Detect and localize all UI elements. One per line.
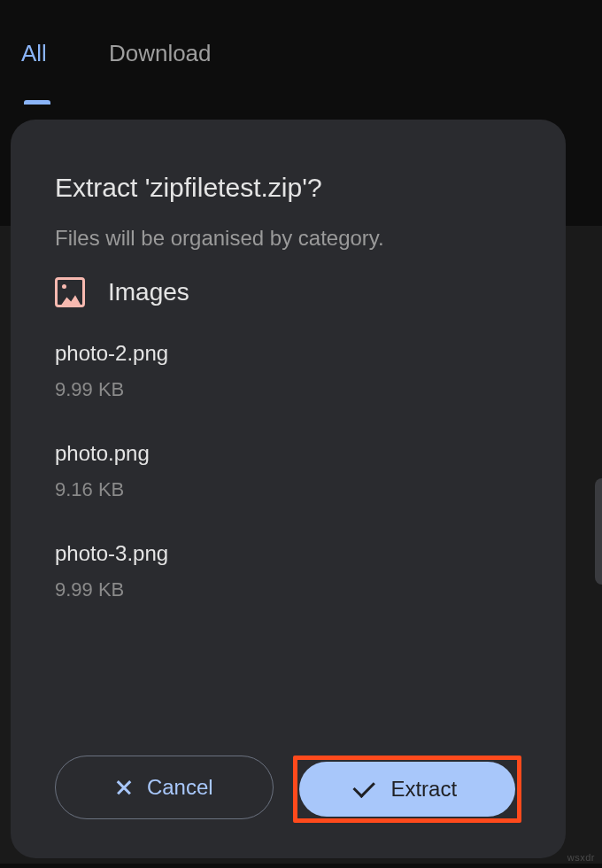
- file-list: photo-2.png 9.99 KB photo.png 9.16 KB ph…: [55, 341, 521, 738]
- check-icon: [353, 775, 375, 797]
- tab-bar: All Download: [0, 0, 602, 85]
- file-name: photo-2.png: [55, 341, 521, 366]
- dialog-actions: Cancel Extract: [55, 738, 521, 823]
- file-name: photo.png: [55, 441, 521, 466]
- watermark: wsxdr: [567, 852, 595, 863]
- dialog-subtitle: Files will be organised by category.: [55, 226, 521, 251]
- category-row: Images: [55, 277, 521, 307]
- scroll-handle[interactable]: [595, 478, 602, 585]
- close-icon: [115, 779, 133, 796]
- file-size: 9.99 KB: [55, 578, 521, 601]
- extract-button[interactable]: Extract: [299, 762, 516, 817]
- file-size: 9.99 KB: [55, 378, 521, 401]
- list-item: photo-2.png 9.99 KB: [55, 341, 521, 401]
- highlight-box: Extract: [293, 756, 522, 823]
- list-item: photo.png 9.16 KB: [55, 441, 521, 501]
- category-label: Images: [108, 278, 189, 306]
- dialog-title: Extract 'zipfiletest.zip'?: [55, 173, 521, 203]
- file-size: 9.16 KB: [55, 478, 521, 501]
- file-name: photo-3.png: [55, 541, 521, 566]
- tab-all[interactable]: All: [21, 40, 47, 85]
- extract-button-label: Extract: [390, 777, 457, 802]
- image-icon: [55, 277, 85, 307]
- cancel-button[interactable]: Cancel: [55, 756, 274, 819]
- extract-dialog: Extract 'zipfiletest.zip'? Files will be…: [11, 120, 566, 858]
- tab-download[interactable]: Download: [109, 40, 212, 85]
- list-item: photo-3.png 9.99 KB: [55, 541, 521, 601]
- cancel-button-label: Cancel: [147, 775, 213, 800]
